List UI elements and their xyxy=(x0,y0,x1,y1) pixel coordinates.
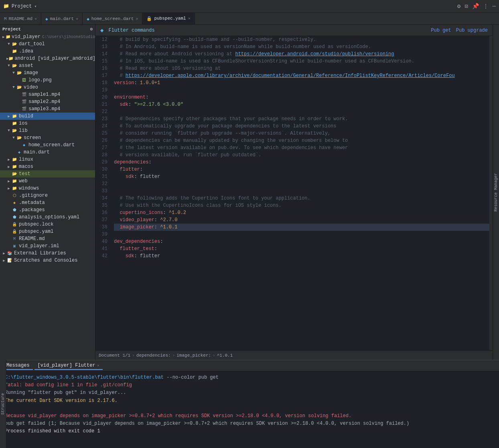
flutter-cmd-args: --no-color pub get xyxy=(164,375,219,380)
flutter-bar-title: Flutter commands xyxy=(108,28,154,33)
tree-item-sample3[interactable]: 🎬 sample3.mp4 xyxy=(0,105,95,113)
tree-item-pubspec-lock[interactable]: 🔒 pubspec.lock xyxy=(0,221,95,228)
tree-item-home-screen-dart[interactable]: ◆ home_screen.dart xyxy=(0,141,95,149)
tree-item-web[interactable]: ▶ 📁 web xyxy=(0,178,95,185)
folder-icon-video: 📂 xyxy=(16,84,22,91)
tree-item-main-dart[interactable]: ◆ main.dart xyxy=(0,149,95,156)
running-text: Running "flutter pub get" in vid_player.… xyxy=(5,390,126,396)
tree-arrow-lib: ▼ xyxy=(6,129,11,133)
android-versioning-link[interactable]: https://developer.android.com/studio/pub… xyxy=(235,51,394,57)
tree-item-lib[interactable]: ▼ 📂 lib xyxy=(0,127,95,134)
tree-item-image[interactable]: ▼ 📂 image xyxy=(0,69,95,77)
tree-item-ext-libs[interactable]: ▶ 📚 External Libraries xyxy=(0,250,95,257)
code-line-13: # In Android, build-name is used as vers… xyxy=(114,43,489,50)
pub-upgrade-button[interactable]: Pub upgrade xyxy=(456,28,488,33)
tab-home-screen[interactable]: ◆ home_screen.dart ✕ xyxy=(83,13,142,25)
bottom-tab-close[interactable]: ✕ xyxy=(97,363,99,368)
sidebar-gear-icon[interactable]: ⚙ xyxy=(90,26,93,32)
tab-pubspec[interactable]: 🔒 pubspec.yaml ✕ xyxy=(142,13,195,25)
line-num-20: 20 xyxy=(95,94,108,101)
folder-icon-image: 📂 xyxy=(16,70,22,76)
breadcrumb-image-picker[interactable]: image_picker: xyxy=(176,353,211,358)
tree-item-video[interactable]: ▼ 📂 video xyxy=(0,84,95,91)
tree-item-dart-tool[interactable]: ▼ 📂 dart_tool xyxy=(0,40,95,48)
tree-item-analysis[interactable]: ⬟ analysis_options.yaml xyxy=(0,214,95,221)
tab-main-dart[interactable]: ◆ main.dart ✕ xyxy=(41,13,83,25)
bottom-tab-vid-player[interactable]: [vid_player] Flutter ✕ xyxy=(34,362,103,370)
editor-scrollbar[interactable] xyxy=(489,36,493,350)
folder-icon-web: 📁 xyxy=(11,178,18,184)
tree-item-asset[interactable]: ▼ 📂 asset xyxy=(0,62,95,69)
tree-item-pubspec-yaml[interactable]: 🔒 pubspec.yaml xyxy=(0,228,95,235)
tree-item-logo[interactable]: 🖼 logo.png xyxy=(0,77,95,84)
tree-item-iml[interactable]: ▣ vid_player.iml xyxy=(0,242,95,250)
tree-item-metadata[interactable]: ◈ .metadata xyxy=(0,199,95,206)
tree-label-scratches: Scratches and Consoles xyxy=(14,258,77,263)
tree-item-packages[interactable]: ⬟ .packages xyxy=(0,206,95,214)
packages-icon: ⬟ xyxy=(11,207,18,213)
tab-readme-close[interactable]: ✕ xyxy=(34,16,37,21)
tab-main-dart-close[interactable]: ✕ xyxy=(76,16,78,21)
tree-label-windows: windows xyxy=(19,186,39,191)
top-bar-title[interactable]: Project xyxy=(12,4,32,9)
tree-label-test: test xyxy=(19,171,30,177)
tree-item-ios[interactable]: 📁 ios xyxy=(0,120,95,127)
tree-item-macos[interactable]: ▶ 📁 macos xyxy=(0,163,95,170)
tree-label-lib: lib xyxy=(19,128,28,133)
video-icon-sample3: 🎬 xyxy=(21,106,27,112)
tree-item-idea[interactable]: 📁 .idea xyxy=(0,48,95,55)
structure-panel[interactable]: Structure xyxy=(0,360,6,448)
top-bar-dropdown[interactable]: ▾ xyxy=(34,4,37,9)
top-icons: ⚙ ⊡ 📌 ⋮ ─ xyxy=(457,3,496,10)
code-area[interactable]: # build by specifying --build-name and -… xyxy=(111,36,489,350)
tree-item-scratches[interactable]: ▶ 📝 Scratches and Consoles xyxy=(0,257,95,264)
analysis-icon: ⬟ xyxy=(11,214,18,220)
tab-main-dart-label: main.dart xyxy=(50,16,74,21)
tree-path-vid-player: C:\Users\jihoon#Studio xyxy=(42,35,95,39)
flutter-cmd-link[interactable]: C:\flutter_windows_3.0.5-stable\flutter\… xyxy=(5,375,164,380)
line-num-36: 36 xyxy=(95,209,108,216)
more-icon[interactable]: ⋮ xyxy=(483,3,489,10)
tree-item-test[interactable]: 📂 test xyxy=(0,170,95,178)
minimize-icon[interactable]: ─ xyxy=(493,3,496,10)
msg-empty xyxy=(5,405,494,412)
code-line-35: # Use with the CupertinoIcons class for … xyxy=(114,202,489,209)
tab-readme[interactable]: M README.md ✕ xyxy=(0,13,41,25)
folder-icon-build: 📁 xyxy=(11,113,18,119)
ios-versioning-link[interactable]: https://developer.apple.com/library/arch… xyxy=(126,73,455,79)
code-line-36: cupertino_icons: ^1.0.2 xyxy=(114,209,489,216)
flutter-bar: ◆ Flutter commands Pub get Pub upgrade xyxy=(95,25,493,36)
expand-icon[interactable]: ⊡ xyxy=(465,3,468,10)
line-num-12: 12 xyxy=(95,36,108,43)
tree-item-vid-player[interactable]: ▶ 📁 vid_player C:\Users\jihoon#Studio xyxy=(0,33,95,40)
code-line-34: # The following adds the Cupertino Icons… xyxy=(114,195,489,202)
tree-item-linux[interactable]: ▶ 📁 linux xyxy=(0,156,95,163)
tree-item-readme[interactable]: M README.md xyxy=(0,235,95,242)
code-line-22 xyxy=(114,108,489,115)
tree-label-android: android [vid_player_android] xyxy=(14,56,95,61)
code-line-12: # build by specifying --build-name and -… xyxy=(114,36,489,43)
editor-wrapper: ◆ Flutter commands Pub get Pub upgrade 1… xyxy=(95,25,499,360)
resource-manager-panel[interactable]: Resource Manager xyxy=(493,25,499,360)
code-line-16: # Read more about iOS versioning at xyxy=(114,65,489,72)
tab-pubspec-close[interactable]: ✕ xyxy=(188,16,191,21)
tree-label-asset: asset xyxy=(19,63,33,69)
tree-item-sample2[interactable]: 🎬 sample2.mp4 xyxy=(0,98,95,105)
tree-item-windows[interactable]: ▶ 📁 windows xyxy=(0,185,95,192)
code-line-17: # https://developer.apple.com/library/ar… xyxy=(114,72,489,79)
settings-icon[interactable]: ⚙ xyxy=(457,3,460,10)
breadcrumb-deps[interactable]: dependencies: xyxy=(136,353,171,358)
bottom-tab-messages[interactable]: Messages xyxy=(3,362,33,370)
pub-get-button[interactable]: Pub get xyxy=(431,28,451,33)
sidebar: Project ⚙ ▶ 📁 vid_player C:\Users\jihoon… xyxy=(0,25,95,360)
pin-icon[interactable]: 📌 xyxy=(472,3,479,10)
version-fail-text: Because vid_player depends on image_pick… xyxy=(5,413,351,419)
messages-label: Messages xyxy=(6,363,30,368)
tab-home-screen-close[interactable]: ✕ xyxy=(136,16,138,21)
tree-item-gitignore[interactable]: ⬡ .gitignore xyxy=(0,192,95,199)
tree-item-build[interactable]: ▶ 📁 build xyxy=(0,113,95,120)
folder-icon: 📁 xyxy=(5,34,10,40)
tree-item-screen[interactable]: ▼ 📂 screen xyxy=(0,134,95,141)
tree-item-sample1[interactable]: 🎬 sample1.mp4 xyxy=(0,91,95,98)
tree-item-android[interactable]: ▶ 📁 android [vid_player_android] xyxy=(0,55,95,62)
